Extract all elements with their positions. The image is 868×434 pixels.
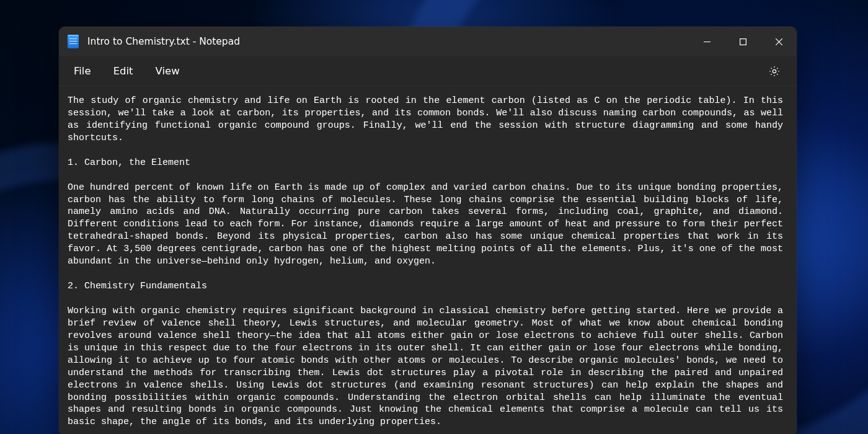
- menubar: File Edit View: [59, 56, 797, 86]
- window-title: Intro to Chemistry.txt - Notepad: [87, 36, 240, 47]
- window-controls: [689, 27, 797, 56]
- notepad-app-icon: [68, 35, 79, 48]
- notepad-window: Intro to Chemistry.txt - Notepad File Ed…: [59, 27, 797, 434]
- close-button[interactable]: [761, 27, 797, 56]
- document-paragraph: Working with organic chemistry requires …: [68, 305, 783, 428]
- svg-point-4: [773, 69, 776, 73]
- settings-button[interactable]: [761, 59, 788, 84]
- editor-area: The study of organic chemistry and life …: [59, 86, 797, 434]
- menu-file[interactable]: File: [63, 60, 102, 82]
- document-paragraph: 1. Carbon, the Element: [68, 157, 783, 169]
- document-paragraph: The study of organic chemistry and life …: [68, 95, 783, 144]
- titlebar[interactable]: Intro to Chemistry.txt - Notepad: [59, 27, 797, 56]
- text-editor[interactable]: The study of organic chemistry and life …: [59, 86, 797, 434]
- document-paragraph: 2. Chemistry Fundamentals: [68, 280, 783, 293]
- gear-icon: [768, 65, 781, 78]
- document-paragraph: One hundred percent of known life on Ear…: [68, 182, 783, 268]
- svg-rect-1: [740, 38, 746, 45]
- close-icon: [776, 38, 782, 45]
- minimize-button[interactable]: [689, 27, 725, 56]
- maximize-button[interactable]: [725, 27, 761, 56]
- minimize-icon: [704, 38, 711, 45]
- menu-edit[interactable]: Edit: [102, 60, 144, 82]
- menu-view[interactable]: View: [144, 60, 191, 82]
- maximize-icon: [740, 38, 746, 45]
